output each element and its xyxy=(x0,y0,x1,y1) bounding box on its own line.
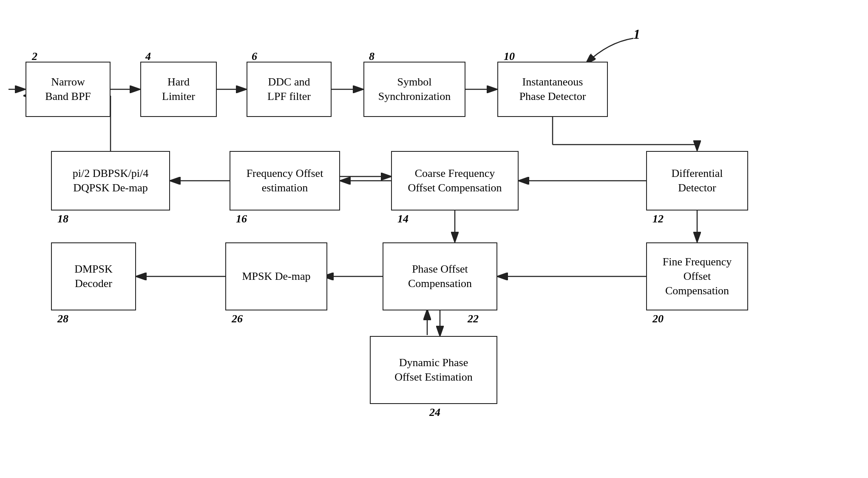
block-diagram: NarrowBand BPF 2 HardLimiter 4 DDC andLP… xyxy=(0,0,868,478)
label-16: 16 xyxy=(236,213,247,225)
label-8: 8 xyxy=(369,50,374,63)
block-diff-detector: DifferentialDetector xyxy=(646,151,748,211)
block-freq-est: Frequency Offsetestimation xyxy=(230,151,340,211)
block-ddc-lpf: DDC andLPF filter xyxy=(247,62,332,117)
block-coarse-freq: Coarse FrequencyOffset Compensation xyxy=(391,151,519,211)
block-phase-offset: Phase OffsetCompensation xyxy=(383,242,497,310)
block-dmpsk-decoder: DMPSKDecoder xyxy=(51,242,136,310)
block-dynamic-phase: Dynamic PhaseOffset Estimation xyxy=(370,336,497,404)
block-fine-freq: Fine FrequencyOffsetCompensation xyxy=(646,242,748,310)
label-14: 14 xyxy=(397,213,408,225)
label-12: 12 xyxy=(652,213,664,225)
block-demap-18: pi/2 DBPSK/pi/4DQPSK De-map xyxy=(51,151,170,211)
label-26: 26 xyxy=(232,313,243,325)
label-22: 22 xyxy=(468,313,479,325)
block-narrow-band-bpf: NarrowBand BPF xyxy=(26,62,111,117)
block-hard-limiter: HardLimiter xyxy=(140,62,217,117)
block-symbol-sync: SymbolSynchronization xyxy=(363,62,465,117)
block-inst-phase: InstantaneousPhase Detector xyxy=(497,62,608,117)
block-mpsk-demap: MPSK De-map xyxy=(225,242,327,310)
label-2: 2 xyxy=(32,50,37,63)
label-18: 18 xyxy=(57,213,68,225)
label-1: 1 xyxy=(633,26,640,42)
label-24: 24 xyxy=(429,406,440,419)
label-20: 20 xyxy=(652,313,664,325)
label-4: 4 xyxy=(145,50,151,63)
label-6: 6 xyxy=(252,50,257,63)
label-10: 10 xyxy=(504,50,515,63)
label-28: 28 xyxy=(57,313,68,325)
